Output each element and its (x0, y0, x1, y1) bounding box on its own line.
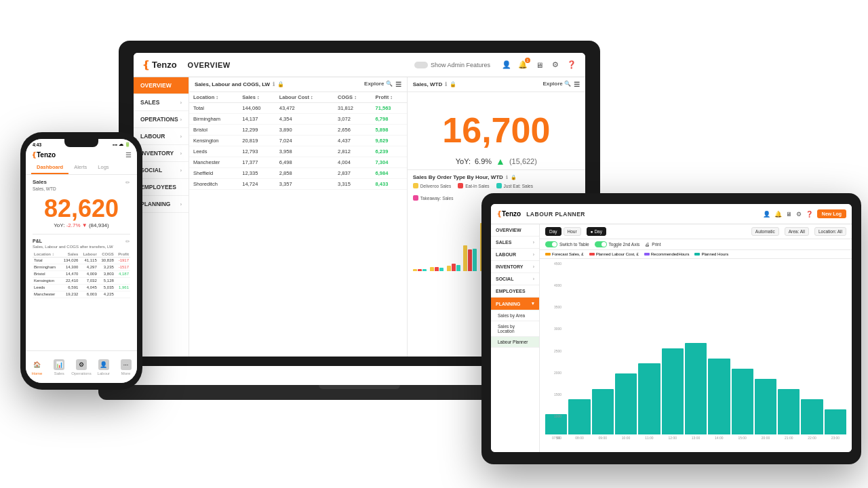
phone-pl-sub: Sales, Labour and COGS after transfers, … (33, 245, 130, 249)
menu-wtd-icon[interactable]: ☰ (574, 81, 580, 88)
location-control[interactable]: Location: All (814, 227, 846, 236)
tab-bar-wrapper: 12:00 (662, 348, 684, 441)
tab-logs[interactable]: Logs (92, 161, 114, 174)
toggle-axis[interactable]: Toggle 2nd Axis (595, 241, 640, 247)
tablet-gear-icon[interactable]: ⚙ (796, 211, 802, 218)
tab-bar-wrapper: 13:00 (685, 343, 707, 440)
day-button[interactable]: Day (545, 227, 561, 236)
user-icon[interactable]: 👤 (501, 60, 512, 70)
sidebar-item-operations[interactable]: OPERATIONS › (134, 111, 189, 128)
automatic-control[interactable]: Automatic (751, 227, 779, 236)
tablet-sidebar-employees[interactable]: EMPLOYEES (491, 285, 539, 298)
help-icon[interactable]: ❓ (566, 60, 577, 70)
lock-icon-wtd: 🔒 (450, 81, 456, 87)
tablet-submenu-sales-location[interactable]: Sales by Location (491, 321, 539, 337)
sidebar-item-sales[interactable]: SALES › (134, 94, 189, 111)
col-sales: Sales ↕ (238, 92, 275, 103)
table-row: Total 144,060 43,472 31,812 71,563 (189, 103, 407, 114)
phone-nav-labour[interactable]: 👤 Labour (92, 359, 115, 375)
cell-sales: 12,793 (238, 146, 275, 157)
tablet-sidebar-inventory[interactable]: INVENTORY › (491, 261, 539, 273)
cell-cogs: 3,072 (334, 114, 372, 125)
cell-sales: 12,335 (238, 168, 275, 179)
new-log-button[interactable]: New Log (817, 209, 846, 218)
phone-cell-cogs: 4,225 (98, 291, 115, 298)
tablet-sidebar-sales[interactable]: SALES › (491, 237, 539, 249)
tablet-submenu-labour-planner[interactable]: Labour Planner (491, 337, 539, 348)
phone-cell-loc: Leeds (33, 284, 60, 291)
tablet-monitor-icon[interactable]: 🖥 (786, 211, 792, 218)
phone-col-cogs: COGS (98, 251, 115, 258)
y-label: 3000 (545, 327, 561, 331)
legend-label-eatin: Eat-In Sales (465, 184, 489, 188)
cell-labour: 6,498 (275, 157, 334, 168)
explore-wtd-icon[interactable]: Explore 🔍 (542, 81, 571, 88)
tablet-logo-bracket: ❴ (496, 210, 502, 218)
tablet-bell-icon[interactable]: 🔔 (774, 211, 782, 218)
legend-color-takeaway (413, 195, 418, 201)
day-active-button[interactable]: ● Day (587, 227, 606, 236)
hour-button[interactable]: Hour (564, 227, 581, 236)
phone-cell-loc: Kensington (33, 277, 60, 284)
phone-col-labour: Labour (79, 251, 98, 258)
tablet-sidebar-labour[interactable]: LABOUR › (491, 249, 539, 261)
tablet-user-icon[interactable]: 👤 (763, 211, 770, 218)
chevron-icon-inventory: › (180, 151, 182, 156)
tablet-sidebar-social[interactable]: SOCIAL › (491, 273, 539, 285)
cell-location: Kensington (189, 136, 238, 146)
print-toggle[interactable]: 🖨 Print (645, 242, 660, 247)
table-row: Sheffield 12,335 2,858 2,837 6,984 (189, 168, 407, 179)
legend-rec-hours: RecommendedHours (644, 252, 690, 256)
chevron-planning-tablet: ▾ (532, 301, 534, 306)
phone-cell-labour: 4,045 (79, 284, 98, 291)
tablet-help-icon[interactable]: ❓ (806, 211, 813, 218)
tab-bar-wrapper: 21:00 (778, 389, 800, 441)
cell-location: Sheffield (189, 168, 238, 179)
phone-cell-profit: 4,187 (115, 270, 130, 277)
explore-icon[interactable]: Explore 🔍 (364, 81, 393, 88)
phone-cell-loc: Total (33, 257, 60, 264)
phone-sub-label: Sales, WTD (33, 186, 130, 191)
cell-location: Manchester (189, 157, 238, 168)
phone-menu-icon[interactable]: ☰ (125, 151, 132, 159)
show-admin-dot (414, 62, 428, 68)
cell-labour: 4,354 (275, 114, 334, 125)
phone-col-sales: Sales (60, 251, 79, 258)
phone-edit-icon[interactable]: ✏ (125, 180, 130, 186)
show-admin-toggle[interactable]: Show Admin Features (414, 62, 490, 68)
sidebar-label-operations: OPERATIONS (140, 116, 178, 123)
bell-icon[interactable]: 🔔 1 (517, 60, 528, 70)
tab-alerts[interactable]: Alerts (68, 161, 92, 174)
phone-pl-edit-icon[interactable]: ✏ (125, 239, 130, 245)
phone-nav-more[interactable]: ··· More (115, 359, 137, 375)
tablet-sidebar-overview[interactable]: OVERVIEW (491, 224, 539, 237)
monitor-icon[interactable]: 🖥 (534, 60, 545, 70)
phone-nav-operations[interactable]: ⚙ Operations (71, 359, 93, 375)
tablet-sidebar-planning[interactable]: PLANNING ▾ (491, 298, 539, 310)
chart-bar (422, 269, 427, 271)
chart-bar (452, 264, 456, 271)
more-icon: ··· (121, 359, 132, 370)
tablet-body-content: OVERVIEW SALES › LABOUR › INVENTORY › (491, 224, 852, 452)
legend-planned-hours-label: Planned Hours (701, 252, 728, 256)
list-item: Manchester 19,232 6,003 4,225 (33, 291, 130, 298)
menu-icon[interactable]: ☰ (395, 81, 401, 88)
lock-chart-icon: 🔒 (511, 175, 517, 180)
phone-nav-home[interactable]: 🏠 Home (26, 359, 48, 375)
tablet-section-title: LABOUR PLANNER (526, 211, 757, 218)
tab-dashboard[interactable]: Dashboard (31, 161, 68, 174)
cell-sales: 14,137 (238, 114, 275, 125)
phone-nav-sales[interactable]: 📊 Sales (48, 359, 71, 375)
cell-location: Birmingham (189, 114, 238, 125)
sidebar-item-overview[interactable]: OVERVIEW (134, 77, 189, 94)
table-section-header: Sales, Labour and COGS, LW ℹ 🔒 Explore 🔍… (189, 77, 407, 92)
switch-table-toggle[interactable]: Switch to Table (545, 241, 589, 247)
phone-body: 4:43 ▪▪▪ ☁ 🔋 ❴ Tenzo ☰ (20, 132, 142, 390)
sidebar-label-sales: SALES (140, 99, 159, 106)
cell-labour: 3,958 (275, 146, 334, 157)
gear-icon[interactable]: ⚙ (550, 60, 561, 70)
legend-color-deliveroo (413, 183, 418, 188)
phone-cell-sales: 6,591 (60, 284, 79, 291)
tablet-submenu-sales-area[interactable]: Sales by Area (491, 310, 539, 321)
area-control[interactable]: Area: All (785, 227, 809, 236)
